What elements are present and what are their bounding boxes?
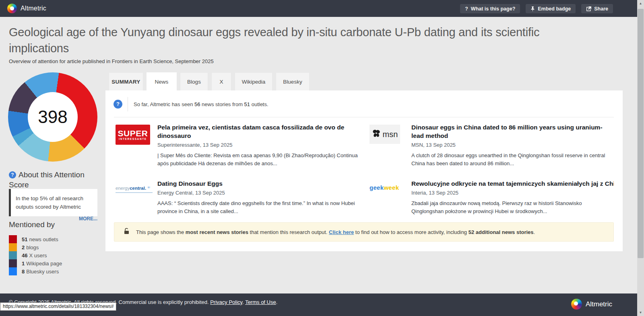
scroll-up-arrow[interactable]: ▲ [637, 0, 644, 7]
summary-suffix: outlets. [250, 101, 268, 107]
lock-icon [124, 228, 129, 236]
mention-row-bluesky[interactable]: 8 Bluesky users [9, 267, 62, 275]
tab-blogs[interactable]: Blogs [180, 72, 208, 90]
vertical-divider [128, 97, 128, 111]
story-source: MSN, 13 Sep 2025 [411, 142, 614, 148]
bluesky-color-swatch [9, 267, 17, 275]
geekweek-logo[interactable]: geekweek [369, 181, 403, 191]
attention-score-donut: 398 [8, 72, 97, 162]
logo-text: geek [369, 184, 384, 191]
notice-part: that mention this research output. [248, 229, 329, 235]
about-score-heading: ?About this Attention Score [9, 170, 95, 190]
news-story: SUPER INTERESSANTE Pela primeira vez, ci… [116, 123, 359, 168]
horizontal-divider [114, 117, 614, 117]
embed-badge-button[interactable]: Embed badge [526, 4, 576, 13]
mention-row-news[interactable]: 51 news outlets [9, 235, 62, 243]
notice-part: This page shows the [136, 229, 186, 235]
summary-prefix: So far, Altmetric has seen [134, 101, 194, 107]
logo-text: energy [116, 186, 130, 191]
news-panel: ? So far, Altmetric has seen 56 news sto… [105, 90, 623, 251]
tab-x[interactable]: X [211, 72, 231, 90]
click-here-link[interactable]: Click here [329, 229, 354, 235]
story-body: Pela primeira vez, cientistas datam casc… [157, 123, 359, 168]
story-excerpt: | Super Mês do Cliente: Revista em casa … [157, 152, 359, 168]
score-context-box: In the top 5% of all research outputs sc… [9, 189, 97, 216]
scroll-down-arrow[interactable]: ▼ [637, 309, 644, 316]
mention-label: Wikipedia page [26, 261, 62, 267]
mention-count: 51 [22, 236, 27, 242]
story-body: Dating Dinosaur Eggs Energy Central, 13 … [157, 179, 359, 215]
attention-score-value: 398 [38, 107, 67, 127]
msn-butterfly-icon [372, 129, 381, 140]
privacy-policy-link[interactable]: Privacy Policy [210, 299, 242, 305]
energy-central-logo[interactable]: energycentral.EI [116, 181, 153, 193]
news-story: energycentral.EI Dating Dinosaur Eggs En… [116, 179, 359, 215]
share-label: Share [594, 6, 608, 12]
logo-text: SUPER [118, 129, 148, 137]
story-excerpt: Zbadali jaja dinozaurów nową metodą. Pie… [411, 199, 614, 215]
scrollbar-thumb[interactable] [638, 9, 644, 258]
story-title-link[interactable]: Dating Dinosaur Eggs [157, 179, 359, 188]
news-story: msn Dinosaur eggs in China dated to 86 m… [369, 123, 614, 168]
mention-row-wikipedia[interactable]: 1 Wikipedia page [9, 259, 62, 267]
tab-bar: SUMMARY News Blogs X Wikipedia Bluesky [109, 72, 310, 90]
mention-count: 1 [22, 261, 25, 267]
terms-of-use-link[interactable]: Terms of Use [245, 299, 276, 305]
embed-badge-label: Embed badge [538, 6, 571, 12]
page-title: Geological age of the Yunyang dinosaur e… [9, 24, 597, 56]
mention-label: blogs [26, 244, 39, 250]
mention-count: 2 [22, 244, 25, 250]
story-title-link[interactable]: Rewolucyjne odkrycie na temat tajemniczy… [411, 179, 614, 188]
mentioned-by-heading: Mentioned by [9, 220, 55, 229]
blogs-color-swatch [9, 243, 17, 251]
pushpin-icon [530, 6, 535, 11]
mention-count: 8 [22, 269, 25, 275]
page-scrollbar[interactable]: ▲ ▼ [637, 0, 644, 316]
mentioned-by-list: 51 news outlets 2 blogs 46 X users 1 Wik… [9, 235, 62, 275]
news-color-swatch [9, 235, 17, 243]
story-excerpt: AAAS: “ Scientists directly date dino eg… [157, 199, 359, 215]
mention-label: Bluesky users [26, 269, 59, 275]
what-is-this-page-button[interactable]: ? What is this page? [460, 4, 520, 13]
news-summary-text: So far, Altmetric has seen 56 news stori… [134, 101, 268, 107]
top-navbar: Altmetric ? What is this page? Embed bad… [0, 0, 637, 17]
donut-center: 398 [28, 92, 78, 142]
msn-logo[interactable]: msn [369, 125, 400, 144]
mention-label: news outlets [29, 236, 58, 242]
question-icon: ? [465, 6, 468, 12]
tab-bluesky[interactable]: Bluesky [276, 72, 310, 90]
logo-text: central. [130, 186, 146, 191]
what-is-this-page-label: What is this page? [471, 6, 515, 12]
logo-text: week [384, 184, 399, 191]
tab-news[interactable]: News [147, 72, 177, 90]
notice-part: . [534, 229, 535, 235]
footer-brand-name: Altmetric [586, 300, 612, 308]
superinteressante-logo[interactable]: SUPER INTERESSANTE [116, 125, 150, 145]
mention-row-blogs[interactable]: 2 blogs [9, 243, 62, 251]
logo-text: INTERESSANTE [119, 137, 147, 140]
footer-part: . [276, 299, 278, 305]
notice-bold: most recent news stories [186, 229, 248, 235]
info-question-icon[interactable]: ? [114, 100, 122, 109]
story-body: Rewolucyjne odkrycie na temat tajemniczy… [411, 179, 614, 215]
story-title-link[interactable]: Pela primeira vez, cientistas datam casc… [157, 123, 359, 140]
about-score-title: About this Attention Score [9, 170, 85, 189]
notice-bold: 52 additional news stories [469, 229, 534, 235]
altmetric-logo-icon [571, 299, 582, 310]
brand-name[interactable]: Altmetric [21, 5, 46, 12]
tab-summary[interactable]: SUMMARY [109, 72, 143, 90]
help-icon[interactable]: ? [9, 171, 16, 179]
share-button[interactable]: Share [581, 4, 613, 13]
altmetric-logo-icon[interactable] [7, 4, 17, 13]
story-source: Interia, 13 Sep 2025 [411, 190, 614, 196]
mention-row-x[interactable]: 46 X users [9, 251, 62, 259]
story-title-link[interactable]: Dinosaur eggs in China dated to 86 milli… [411, 123, 614, 140]
share-icon [586, 6, 591, 11]
page-subtitle: Overview of attention for article publis… [9, 58, 214, 64]
stories-count: 56 [194, 101, 200, 107]
tab-wikipedia[interactable]: Wikipedia [235, 72, 272, 90]
story-excerpt: A clutch of 28 dinosaur eggs unearthed i… [411, 152, 614, 168]
header-actions: ? What is this page? Embed badge Share [460, 4, 613, 13]
notice-text: This page shows the most recent news sto… [136, 229, 535, 235]
footer-logo[interactable]: Altmetric [571, 299, 612, 310]
